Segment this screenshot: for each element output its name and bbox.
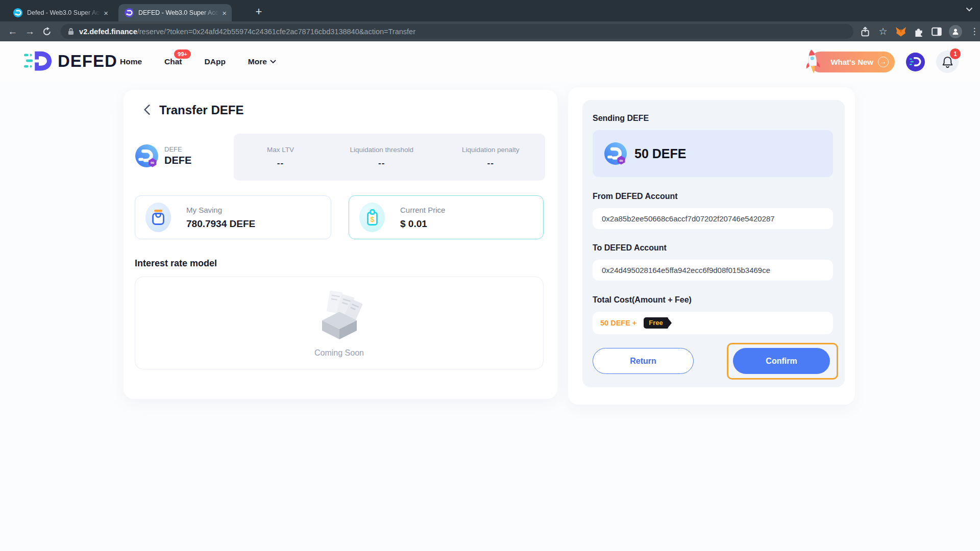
tab-title: DEFED - Web3.0 Super Accou (138, 9, 219, 16)
browser-menu-icon[interactable]: ⋮ (969, 26, 980, 37)
coming-soon-text: Coming Soon (135, 348, 543, 358)
nav-item-more[interactable]: More (248, 57, 276, 66)
saving-icon-bg (145, 203, 171, 232)
interest-rate-model-card: Coming Soon (135, 277, 544, 369)
sending-label: Sending DEFE (593, 114, 649, 123)
brand-name: DEFED (58, 52, 117, 71)
svg-text:∞: ∞ (151, 160, 154, 165)
empty-state-papers-icon (309, 286, 370, 342)
chevron-down-icon (270, 60, 276, 64)
tab-search-chevron-icon[interactable] (966, 7, 973, 12)
svg-text:$: $ (370, 215, 374, 223)
user-avatar[interactable] (906, 53, 925, 71)
defed-logo[interactable]: DEFED (23, 49, 117, 73)
app-header: DEFED Home Chat99+ DApp More What's New … (0, 41, 980, 82)
share-icon[interactable] (860, 26, 871, 37)
header-right: What's New → 1 (810, 41, 959, 82)
browser-profile-icon[interactable] (949, 25, 962, 38)
total-cost-box: 50 DEFE + Free (593, 312, 833, 334)
arrow-right-circle-icon: → (878, 57, 889, 67)
side-panel-icon[interactable] (931, 26, 942, 37)
url-path: /reserve/?token=0x24afd42b55974c24361cfe… (137, 28, 415, 36)
interest-rate-model-title: Interest rate model (135, 258, 217, 269)
shopping-bag-icon (151, 209, 166, 226)
defed-logo-mark-icon (23, 49, 54, 73)
reserve-detail-card: Transfer DEFE ∞ DEFE DEFE Max LTV -- Liq… (124, 90, 557, 399)
notifications-button[interactable]: 1 (936, 51, 959, 73)
stat-liquidation-penalty: Liquidation penalty -- (436, 146, 546, 168)
url-bar[interactable]: v2.defed.finance/reserve/?token=0x24afd4… (61, 24, 853, 39)
token-symbol: DEFE (164, 155, 191, 166)
browser-tab-defed[interactable]: Defed - Web3.0 Super Accoun × (7, 4, 113, 21)
notification-count-badge: 1 (950, 48, 961, 59)
tab-close-icon[interactable]: × (104, 9, 108, 17)
return-button[interactable]: Return (593, 348, 694, 374)
price-texts: Current Price $ 0.01 (400, 206, 445, 230)
page-title: Transfer DEFE (159, 103, 243, 117)
stat-max-ltv: Max LTV -- (234, 146, 327, 168)
total-amount: 50 DEFE + (600, 319, 636, 327)
extensions-puzzle-icon[interactable] (913, 26, 924, 37)
defed-favicon-cyan-icon (13, 8, 22, 17)
total-cost-label: Total Cost(Amount + Fee) (593, 295, 692, 305)
sending-amount: 50 DEFE (634, 146, 686, 161)
main-nav: Home Chat99+ DApp More (120, 41, 276, 82)
nav-item-chat[interactable]: Chat99+ (164, 57, 182, 66)
sending-amount-box: ∞ 50 DEFE (593, 130, 833, 177)
defed-favicon-purple-icon (125, 8, 134, 17)
nav-item-dapp[interactable]: DApp (205, 57, 226, 66)
token-labels: DEFE DEFE (164, 145, 191, 166)
rocket-icon (800, 46, 826, 77)
confirm-button[interactable]: Confirm (733, 348, 830, 374)
new-tab-button[interactable]: + (251, 5, 266, 20)
to-account-label: To DEFED Account (593, 243, 667, 253)
back-chevron-icon[interactable] (142, 104, 152, 115)
transfer-panel: Sending DEFE ∞ 50 DEFE From DEFED Accoun… (582, 100, 845, 387)
price-label: Current Price (400, 206, 445, 214)
whats-new-label: What's New (830, 58, 873, 66)
browser-window: Defed - Web3.0 Super Accoun × DEFED - We… (0, 0, 980, 551)
saving-texts: My Saving 780.7934 DEFE (186, 206, 255, 230)
back-button-icon[interactable]: ← (4, 26, 21, 37)
fee-free-tag: Free (644, 317, 668, 329)
stat-liquidation-threshold: Liquidation threshold -- (327, 146, 436, 168)
price-value: $ 0.01 (400, 218, 445, 230)
to-account-input[interactable]: 0x24d495028164e5ffa942ecc6f9d08f015b3469… (593, 260, 833, 281)
token-name: DEFE (164, 145, 191, 153)
risk-stats-box: Max LTV -- Liquidation threshold -- Liqu… (234, 134, 545, 181)
whats-new-button[interactable]: What's New → (810, 52, 895, 72)
from-account-input[interactable]: 0x2a85b2ee50668c6accf7d07202f20746e54202… (593, 208, 833, 229)
url-host: v2.defed.finance (79, 28, 137, 36)
metamask-fox-icon[interactable] (895, 26, 906, 37)
svg-text:∞: ∞ (619, 158, 623, 163)
transfer-summary-card: Sending DEFE ∞ 50 DEFE From DEFED Accoun… (568, 87, 855, 405)
my-saving-card: My Saving 780.7934 DEFE (135, 195, 331, 239)
browser-tab-defed-active[interactable]: DEFED - Web3.0 Super Accou × (118, 4, 232, 21)
tab-close-icon[interactable]: × (222, 9, 227, 17)
browser-toolbar: ← → v2.defed.finance/reserve/?token=0x24… (0, 21, 980, 41)
current-price-card: $ Current Price $ 0.01 (349, 195, 544, 239)
defe-token-icon: ∞ (604, 142, 627, 165)
saving-value: 780.7934 DEFE (186, 218, 255, 230)
defe-token-icon: ∞ (135, 144, 159, 168)
chat-unread-badge: 99+ (174, 49, 191, 59)
reload-icon[interactable] (38, 27, 56, 36)
tab-strip: Defed - Web3.0 Super Accoun × DEFED - We… (0, 0, 980, 21)
toolbar-extensions: ☆ ⋮ (860, 25, 980, 38)
from-account-label: From DEFED Account (593, 192, 678, 201)
tab-title: Defed - Web3.0 Super Accoun (27, 9, 101, 16)
price-tag-icon: $ (365, 209, 379, 226)
nav-item-home[interactable]: Home (120, 57, 142, 66)
bookmark-star-icon[interactable]: ☆ (877, 26, 889, 37)
forward-button-icon[interactable]: → (21, 26, 39, 37)
token-info: ∞ DEFE DEFE (135, 144, 191, 168)
lock-icon (68, 28, 74, 35)
price-icon-bg: $ (359, 203, 385, 232)
saving-label: My Saving (186, 206, 255, 214)
